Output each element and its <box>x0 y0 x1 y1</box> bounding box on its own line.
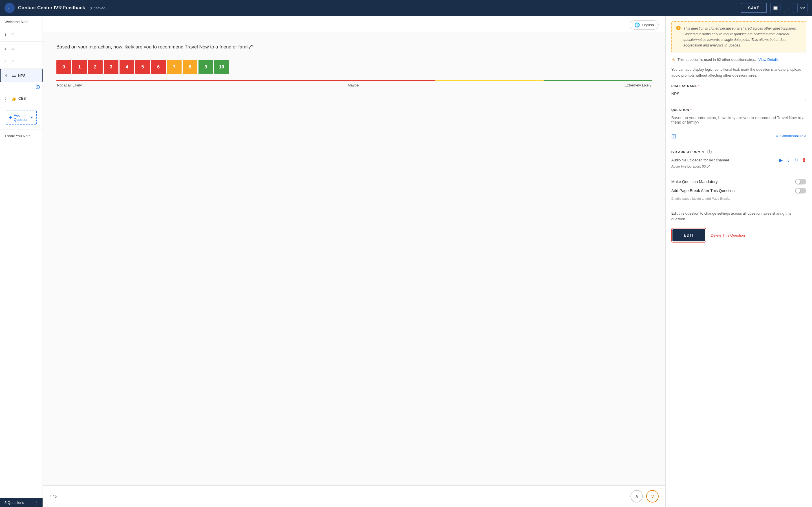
question-display-text: Based on your interaction, how likely ar… <box>56 43 652 51</box>
sidebar: Welcome Note 1 ☷ 2 ☷ 3 ☷ 4 ▬ NPS <box>0 16 43 507</box>
divider-1 <box>671 145 806 145</box>
chevron-down-icon: ▼ <box>30 115 34 119</box>
delete-audio-button[interactable]: 🗑 <box>802 158 806 163</box>
page-break-row: Add Page Break After This Question <box>671 188 806 193</box>
format-icon[interactable]: ◫ <box>671 133 676 139</box>
item-number-1: 1 <box>4 33 9 37</box>
sidebar-item-2[interactable]: 2 ☷ <box>0 42 43 55</box>
hierarchy-icon-button[interactable]: ⚯ <box>797 3 808 13</box>
right-panel: ! This question is cloned because it is … <box>665 16 812 507</box>
center-footer: 4 / 5 ∧ ∨ <box>43 485 665 507</box>
audio-file-label: Audio file uploaded for IVR channel <box>671 158 729 162</box>
nps-btn-9[interactable]: 9 <box>199 60 213 74</box>
audio-controls: ▶ ⇓ ↻ 🗑 <box>779 158 806 163</box>
divider-2 <box>671 174 806 174</box>
nps-btn-3[interactable]: 3 <box>104 60 118 74</box>
edit-button[interactable]: EDIT <box>672 229 705 241</box>
nps-btn-5[interactable]: 5 <box>135 60 150 74</box>
make-mandatory-toggle[interactable] <box>795 179 806 184</box>
required-star-display: * <box>698 84 700 88</box>
question-actions: ◫ ⚙ Conditional Text <box>671 133 806 139</box>
make-mandatory-label: Make Question Mandatory <box>671 179 718 184</box>
play-audio-button[interactable]: ▶ <box>779 158 783 163</box>
more-options-icon[interactable]: ⋮ <box>35 501 38 505</box>
sidebar-item-welcome[interactable]: Welcome Note <box>0 16 43 28</box>
sidebar-ces-label: CES <box>18 96 26 101</box>
nps-btn-2[interactable]: 2 <box>88 60 103 74</box>
scale-line-passive <box>435 80 544 81</box>
sidebar-nps-label: NPS <box>18 73 26 78</box>
info-icon: ! <box>676 25 680 30</box>
nav-buttons: ∧ ∨ <box>630 490 659 503</box>
make-mandatory-row: Make Question Mandatory <box>671 179 806 184</box>
nps-labels: Not at all Likely Maybe Extremely Likely <box>56 83 652 87</box>
thumb-icon: 👍 <box>11 96 16 101</box>
back-button[interactable]: ← <box>4 3 15 13</box>
sidebar-item-ces[interactable]: 5 👍 CES <box>0 92 43 105</box>
page-break-label: Add Page Break After This Question <box>671 188 735 193</box>
next-page-button[interactable]: ∨ <box>646 490 659 503</box>
sidebar-item-1[interactable]: 1 ☷ <box>0 28 43 42</box>
nps-btn-4[interactable]: 4 <box>119 60 134 74</box>
toggle-knob <box>796 179 800 184</box>
display-name-input[interactable] <box>671 90 806 98</box>
nps-btn-0[interactable]: 0 <box>56 60 71 74</box>
required-star-question: * <box>691 108 692 112</box>
nps-scale: 0 1 2 3 4 5 6 7 8 9 10 <box>56 60 652 74</box>
drag-handle-2: ☷ <box>11 47 14 50</box>
monitor-icon-button[interactable]: ▣ <box>770 3 780 13</box>
center-header: 🌐 English <box>43 16 665 32</box>
page-title: Contact Center IVR Feedback <box>18 5 85 11</box>
ivr-audio-label: IVR AUDIO PROMPT ? <box>671 150 806 154</box>
sidebar-item-nps[interactable]: 4 ▬ NPS <box>0 69 43 82</box>
main-content: Welcome Note 1 ☷ 2 ☷ 3 ☷ 4 ▬ NPS <box>0 16 812 507</box>
view-details-link[interactable]: View Details <box>758 57 778 62</box>
drag-handle-1: ☷ <box>11 33 14 37</box>
edit-button-wrapper: EDIT <box>671 228 706 242</box>
item-number-3: 3 <box>4 60 9 64</box>
item-number-4: 4 <box>5 73 10 77</box>
question-section: QUESTION * ◫ ⚙ Conditional Text <box>671 108 806 139</box>
audio-duration: Audio File Duration: 00:04 <box>671 165 806 168</box>
sidebar-item-thank-you[interactable]: Thank You Note <box>0 129 43 142</box>
page-indicator: 4 / 5 <box>50 494 57 499</box>
delete-question-link[interactable]: Delete This Question <box>711 233 745 237</box>
refresh-audio-button[interactable]: ↻ <box>794 158 798 163</box>
nps-btn-6[interactable]: 6 <box>151 60 166 74</box>
save-button[interactable]: SAVE <box>741 3 767 13</box>
translate-icon: 🌐 <box>635 22 640 27</box>
add-question-circle-button[interactable]: ⊕ <box>35 83 40 91</box>
download-audio-button[interactable]: ⇓ <box>786 158 790 163</box>
nps-scale-line <box>56 80 652 81</box>
page-break-sublabel: Enable paged layout to add Page Breaks <box>671 197 806 200</box>
unsaved-badge: (Unsaved) <box>90 6 107 10</box>
center-panel: 🌐 English Based on your interaction, how… <box>43 16 665 507</box>
bottom-actions: EDIT Delete This Question <box>671 228 806 242</box>
bar-chart-icon: ▬ <box>12 73 16 78</box>
helper-text: You can add display logic, conditional t… <box>671 67 806 78</box>
display-name-section: DISPLAY NAME * 3 <box>671 84 806 103</box>
topbar-actions: SAVE ▣ ⋮ ⚯ <box>741 3 808 13</box>
menu-icon-button[interactable]: ⋮ <box>784 3 794 13</box>
nps-btn-10[interactable]: 10 <box>214 60 229 74</box>
prev-page-button[interactable]: ∧ <box>630 490 643 503</box>
nps-label-right: Extremely Likely <box>624 83 651 87</box>
nps-btn-1[interactable]: 1 <box>72 60 87 74</box>
question-field-label: QUESTION * <box>671 108 806 112</box>
top-bar: ← Contact Center IVR Feedback (Unsaved) … <box>0 0 812 16</box>
language-button[interactable]: 🌐 English <box>629 20 659 30</box>
add-question-button[interactable]: + Add Question ▼ <box>6 110 37 125</box>
nps-label-mid: Maybe <box>348 83 359 87</box>
question-textarea[interactable] <box>671 114 806 131</box>
questions-count: 5 Questions ⋮ <box>0 498 43 507</box>
page-break-toggle[interactable] <box>795 188 806 193</box>
app-container: ← Contact Center IVR Feedback (Unsaved) … <box>0 0 812 507</box>
page-break-section: Add Page Break After This Question Enabl… <box>671 188 806 200</box>
plus-icon: + <box>9 115 12 121</box>
conditional-text-button[interactable]: ⚙ Conditional Text <box>775 134 806 138</box>
sidebar-item-3[interactable]: 3 ☷ <box>0 55 43 69</box>
nps-btn-7[interactable]: 7 <box>167 60 182 74</box>
nps-btn-8[interactable]: 8 <box>183 60 197 74</box>
warning-row: ⚠ This question is used in 62 other ques… <box>671 57 806 62</box>
help-icon: ? <box>707 150 712 154</box>
